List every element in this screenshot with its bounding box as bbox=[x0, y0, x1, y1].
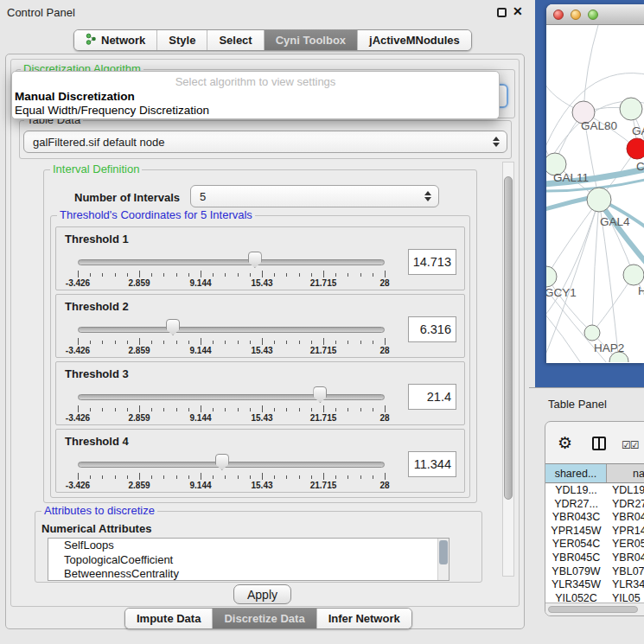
threshold-label: Threshold 4 bbox=[65, 435, 129, 448]
column-layout-icon[interactable] bbox=[592, 437, 606, 450]
attribute-list-item[interactable]: BetweennessCentrality bbox=[48, 567, 449, 581]
attribute-list-item[interactable]: SelfLoops bbox=[48, 539, 449, 553]
network-node[interactable] bbox=[587, 188, 611, 212]
select-columns-icon[interactable]: ☑☑ bbox=[622, 439, 639, 451]
scrollbar-thumb[interactable] bbox=[504, 176, 513, 500]
slider-track[interactable] bbox=[78, 259, 385, 265]
tab-select[interactable]: Select bbox=[207, 30, 263, 50]
column-header-name[interactable]: na bbox=[607, 464, 644, 482]
cell-name: YBR04 bbox=[607, 552, 644, 565]
network-node-label: GA bbox=[632, 124, 644, 137]
cell-shared-name: YDR27... bbox=[545, 498, 607, 512]
tab-label: Impute Data bbox=[137, 612, 201, 625]
number-of-intervals-combobox[interactable]: 5 bbox=[190, 185, 439, 207]
gear-icon[interactable]: ⚙ bbox=[558, 435, 572, 451]
table-header-row: shared... na bbox=[545, 463, 644, 483]
tab-discretize-data[interactable]: Discretize Data bbox=[212, 609, 316, 628]
column-header-shared-name[interactable]: shared... bbox=[545, 464, 607, 482]
slider-ticks bbox=[56, 271, 464, 278]
minimize-window-icon[interactable] bbox=[571, 10, 581, 20]
cell-name: YIL05 bbox=[607, 592, 644, 603]
slider-ticks bbox=[56, 405, 464, 413]
table-row[interactable]: YLR345WYLR34 bbox=[545, 578, 644, 592]
network-node[interactable] bbox=[623, 265, 644, 285]
table-row[interactable]: YIL052CYIL05 bbox=[545, 592, 644, 603]
network-edge bbox=[546, 310, 581, 362]
cell-shared-name: YIL052C bbox=[545, 592, 607, 603]
network-node-label: HAP2 bbox=[594, 341, 624, 354]
threshold-value-field[interactable]: 21.4 bbox=[408, 384, 456, 410]
stepper-icon bbox=[424, 191, 431, 201]
network-node[interactable] bbox=[627, 138, 644, 159]
network-node-label: GAL80 bbox=[581, 119, 617, 132]
slider-thumb[interactable] bbox=[166, 319, 180, 335]
network-window[interactable]: GAL80GACGAL11GAL4GCY1HHAP2 bbox=[546, 4, 644, 363]
apply-button[interactable]: Apply bbox=[233, 584, 291, 604]
table-row[interactable]: YDR27...YDR27 bbox=[545, 498, 644, 512]
cell-name: YER05 bbox=[607, 538, 644, 552]
control-panel-titlebar: Control Panel ✕ bbox=[0, 0, 531, 24]
cell-shared-name: YBL079W bbox=[545, 565, 607, 579]
network-view[interactable]: GAL80GACGAL11GAL4GCY1HHAP2 bbox=[546, 25, 644, 362]
tab-style[interactable]: Style bbox=[156, 30, 207, 50]
network-node[interactable] bbox=[620, 98, 642, 120]
table-row[interactable]: YPR145WYPR14 bbox=[545, 525, 644, 539]
threshold-value-field[interactable]: 14.713 bbox=[408, 249, 456, 275]
numerical-attributes-list[interactable]: SelfLoopsTopologicalCoefficientBetweenne… bbox=[48, 538, 450, 581]
network-edge bbox=[546, 200, 599, 319]
stepper-icon bbox=[493, 137, 500, 147]
tab-network[interactable]: Network bbox=[74, 30, 156, 50]
tab-cyni-toolbox[interactable]: Cyni Toolbox bbox=[264, 30, 357, 50]
slider-thumb[interactable] bbox=[313, 386, 327, 403]
numerical-attributes-label: Numerical Attributes bbox=[41, 522, 151, 535]
dropdown-option-manual[interactable]: Manual Discretization bbox=[15, 90, 135, 103]
table-row[interactable]: YBL079WYBL07 bbox=[545, 565, 644, 579]
attribute-list-item[interactable]: TopologicalCoefficient bbox=[48, 553, 449, 568]
threshold-row: Threshold 4-3.4262.8599.14415.4321.71528… bbox=[55, 429, 465, 493]
list-scrollbar[interactable] bbox=[437, 539, 449, 580]
table-row[interactable]: YER054CYER05 bbox=[545, 538, 644, 552]
cell-name: YPR14 bbox=[607, 525, 644, 539]
tab-jactivemnodules[interactable]: jActiveMNodules bbox=[357, 30, 471, 50]
slider-track[interactable] bbox=[78, 462, 385, 468]
number-of-intervals-value: 5 bbox=[200, 190, 206, 203]
panel-scrollbar[interactable] bbox=[502, 162, 514, 577]
network-node[interactable] bbox=[546, 266, 557, 287]
tab-infer-network[interactable]: Infer Network bbox=[316, 609, 411, 628]
slider-ticks bbox=[56, 473, 464, 481]
table-data-combobox[interactable]: galFiltered.sif default node bbox=[23, 131, 507, 153]
table-row[interactable]: YBR045CYBR04 bbox=[545, 552, 644, 565]
table-row[interactable]: YBR043CYBR04 bbox=[545, 511, 644, 525]
cell-shared-name: YLR345W bbox=[545, 578, 607, 592]
table-horizontal-scrollbar[interactable] bbox=[545, 603, 644, 616]
tab-label: jActiveMNodules bbox=[369, 34, 460, 47]
node-table-panel: ⚙ ☑☑ shared... na YDL19...YDL19YDR27...Y… bbox=[545, 421, 644, 616]
slider-tick-labels: -3.4262.8599.14415.4321.71528 bbox=[56, 346, 464, 356]
cell-name: YDR27 bbox=[607, 498, 644, 512]
close-icon[interactable]: ✕ bbox=[513, 4, 523, 18]
zoom-window-icon[interactable] bbox=[588, 10, 598, 20]
slider-track[interactable] bbox=[78, 327, 385, 333]
cell-name: YBL07 bbox=[607, 565, 644, 579]
float-panel-icon[interactable] bbox=[497, 8, 507, 17]
slider-thumb[interactable] bbox=[215, 454, 229, 470]
threshold-value-field[interactable]: 11.344 bbox=[408, 451, 456, 477]
network-window-titlebar[interactable] bbox=[546, 4, 644, 25]
close-window-icon[interactable] bbox=[553, 10, 564, 20]
attributes-group-label: Attributes to discretize bbox=[41, 505, 157, 516]
threshold-value-field[interactable]: 6.316 bbox=[408, 316, 456, 342]
tab-impute-data[interactable]: Impute Data bbox=[125, 609, 212, 628]
slider-thumb[interactable] bbox=[248, 252, 262, 268]
network-node[interactable] bbox=[584, 325, 600, 341]
network-node-label: GAL4 bbox=[600, 215, 630, 228]
tab-label: Cyni Toolbox bbox=[276, 34, 346, 47]
scrollbar-thumb[interactable] bbox=[548, 606, 638, 613]
table-body: YDL19...YDL19YDR27...YDR27YBR043CYBR04YP… bbox=[545, 484, 644, 603]
network-node-label: GCY1 bbox=[546, 286, 577, 299]
table-row[interactable]: YDL19...YDL19 bbox=[545, 484, 644, 498]
cell-shared-name: YBR045C bbox=[545, 552, 607, 565]
dropdown-option-equal-width[interactable]: Equal Width/Frequency Discretization bbox=[15, 104, 209, 117]
slider-track[interactable] bbox=[78, 394, 385, 400]
slider-ticks bbox=[56, 338, 464, 346]
network-node-label: GAL11 bbox=[553, 171, 589, 184]
